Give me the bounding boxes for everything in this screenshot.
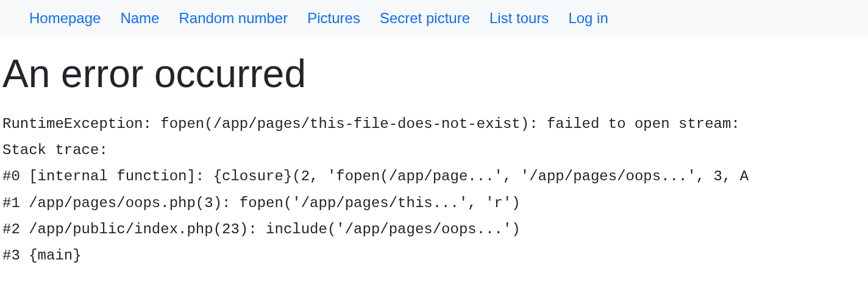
navbar: Homepage Name Random number Pictures Sec… xyxy=(0,0,868,37)
error-trace: RuntimeException: fopen(/app/pages/this-… xyxy=(0,111,868,273)
page-title: An error occurred xyxy=(0,51,868,96)
nav-link-random-number[interactable]: Random number xyxy=(179,10,288,27)
nav-link-log-in[interactable]: Log in xyxy=(568,10,608,27)
nav-link-homepage[interactable]: Homepage xyxy=(29,10,101,27)
content: An error occurred RuntimeException: fope… xyxy=(0,37,868,273)
nav-link-name[interactable]: Name xyxy=(120,10,159,27)
nav-link-list-tours[interactable]: List tours xyxy=(489,10,549,27)
nav-link-pictures[interactable]: Pictures xyxy=(307,10,360,27)
nav-link-secret-picture[interactable]: Secret picture xyxy=(380,10,470,27)
